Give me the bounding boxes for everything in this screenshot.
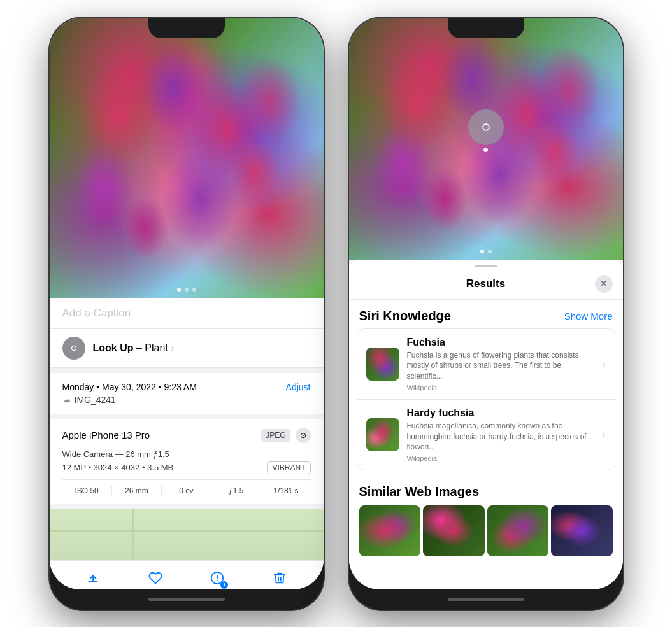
- exif-aperture: ƒ1.5: [211, 486, 261, 495]
- bottom-toolbar: i: [50, 560, 324, 589]
- similar-title: Similar Web Images: [359, 484, 613, 499]
- results-panel: Results ✕ Siri Knowledge Show More Fuchs…: [349, 260, 623, 589]
- caption-placeholder: Add a Caption: [62, 307, 131, 319]
- bubble-circle: [468, 109, 504, 145]
- home-bar-left: [50, 589, 324, 610]
- device-badges: JPEG ⊙: [261, 428, 310, 443]
- hardy-name: Hardy fuchsia: [407, 407, 595, 419]
- meta-filename: ☁ IMG_4241: [62, 395, 311, 405]
- device-name: Apple iPhone 13 Pro: [62, 430, 150, 440]
- siri-knowledge-header: Siri Knowledge Show More: [349, 300, 623, 328]
- home-indicator-left: [148, 598, 225, 601]
- exif-focal: 26 mm: [112, 486, 162, 495]
- similar-image-1[interactable]: [359, 505, 421, 556]
- fuchsia-content: Fuchsia Fuchsia is a genus of flowering …: [407, 337, 595, 391]
- meta-section: Monday • May 30, 2022 • 9:23 AM Adjust ☁…: [50, 373, 324, 414]
- adjust-button[interactable]: Adjust: [286, 382, 311, 392]
- home-bar-right: [349, 589, 623, 610]
- share-button[interactable]: [83, 568, 103, 588]
- knowledge-item-fuchsia[interactable]: Fuchsia Fuchsia is a genus of flowering …: [357, 329, 615, 399]
- hardy-description: Fuchsia magellanica, commonly known as t…: [407, 421, 595, 453]
- info-area-left: Add a Caption Look Up – Plant › Monday •…: [50, 298, 324, 589]
- hardy-content: Hardy fuchsia Fuchsia magellanica, commo…: [407, 407, 595, 462]
- hardy-thumbnail: [366, 418, 399, 451]
- photo-area-right: [349, 18, 623, 260]
- similar-image-2[interactable]: [423, 505, 485, 556]
- hardy-source: Wikipedia: [407, 454, 595, 462]
- caption-input-area[interactable]: Add a Caption: [50, 298, 324, 329]
- siri-knowledge-title: Siri Knowledge: [359, 309, 451, 323]
- similar-section: Similar Web Images: [349, 476, 623, 561]
- knowledge-card: Fuchsia Fuchsia is a genus of flowering …: [357, 328, 615, 471]
- lookup-row[interactable]: Look Up – Plant ›: [50, 329, 324, 368]
- results-body: Siri Knowledge Show More Fuchsia Fuchsia…: [349, 300, 623, 589]
- hardy-chevron: ›: [602, 429, 605, 440]
- show-more-button[interactable]: Show More: [564, 311, 613, 321]
- exif-iso: ISO 50: [62, 486, 112, 495]
- vibrant-badge: VIBRANT: [267, 461, 310, 474]
- exif-shutter: 1/181 s: [261, 486, 310, 495]
- fuchsia-source: Wikipedia: [407, 384, 595, 391]
- fuchsia-chevron: ›: [602, 358, 605, 370]
- left-phone: Add a Caption Look Up – Plant › Monday •…: [50, 18, 324, 610]
- fuchsia-description: Fuchsia is a genus of flowering plants t…: [407, 350, 595, 382]
- exif-ev: 0 ev: [162, 486, 211, 495]
- similar-images-grid: [359, 505, 613, 556]
- results-header: Results ✕: [349, 267, 623, 300]
- fuchsia-name: Fuchsia: [407, 337, 595, 348]
- bubble-dot: [483, 148, 488, 152]
- camera-spec: Wide Camera — 26 mm ƒ1.5: [62, 449, 311, 459]
- map-thumbnail[interactable]: [50, 509, 324, 560]
- lookup-icon: [62, 337, 85, 360]
- camera-circle-icon: ⊙: [296, 428, 311, 443]
- results-title: Results: [377, 278, 595, 290]
- lookup-label: Look Up – Plant ›: [93, 342, 175, 354]
- right-phone: Results ✕ Siri Knowledge Show More Fuchs…: [349, 18, 623, 610]
- exif-row: ISO 50 26 mm 0 ev ƒ1.5 1/181 s: [62, 479, 311, 495]
- home-indicator-right: [448, 598, 524, 601]
- mp-info: 12 MP • 3024 × 4032 • 3.5 MB: [62, 463, 174, 472]
- format-badge: JPEG: [261, 429, 290, 442]
- delete-button[interactable]: [270, 568, 289, 588]
- info-badge: i: [220, 581, 228, 589]
- fuchsia-thumbnail: [366, 348, 399, 381]
- cloud-icon: ☁: [62, 395, 71, 404]
- similar-image-4[interactable]: [551, 505, 613, 556]
- photo-area-left[interactable]: [50, 18, 324, 298]
- close-button[interactable]: ✕: [595, 275, 613, 293]
- knowledge-item-hardy[interactable]: Hardy fuchsia Fuchsia magellanica, commo…: [357, 399, 615, 470]
- similar-image-3[interactable]: [487, 505, 549, 556]
- favorite-button[interactable]: [146, 568, 165, 588]
- lookup-bubble[interactable]: [468, 109, 504, 152]
- meta-date: Monday • May 30, 2022 • 9:23 AM: [62, 382, 197, 392]
- info-button[interactable]: i: [208, 568, 227, 588]
- device-section: Apple iPhone 13 Pro JPEG ⊙ Wide Camera —…: [50, 419, 324, 504]
